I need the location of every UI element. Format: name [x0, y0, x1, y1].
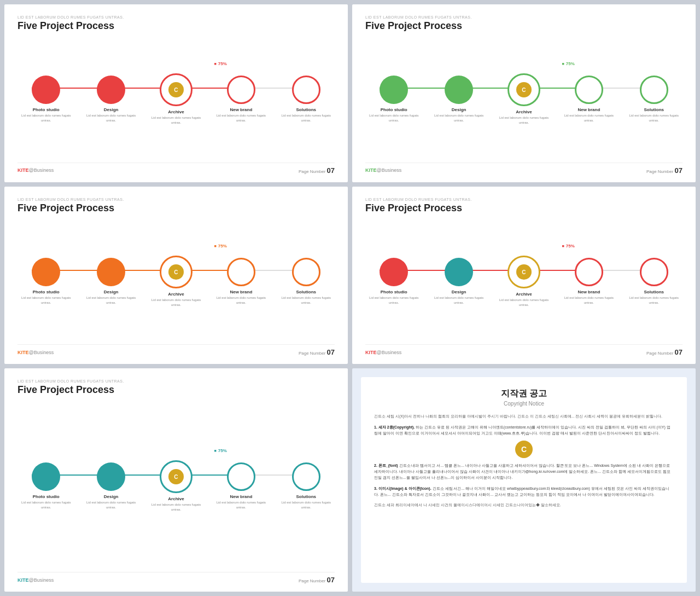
circle-2-4: [575, 76, 603, 104]
circle-2-1-desc: Lid est laborum dolo rumes fugats untras…: [365, 113, 422, 123]
archive-icon-4: C: [516, 264, 532, 280]
circle-3-2-desc: Lid est laborum dolo rumes fugats untras…: [83, 296, 139, 305]
circle-5-3-desc: Lid est laborum dolo rumes fugats untras…: [148, 502, 205, 512]
circle-3-3: C: [160, 256, 192, 288]
circle-5-1: [32, 462, 60, 491]
circle-2-5-desc: Lid est laborum dolo rumes fugats untras…: [626, 113, 682, 123]
circles-row-5: Photo studio Lid est laborum dolo rumes …: [18, 460, 335, 512]
circle-3-3-label: Archive: [168, 292, 184, 297]
slide-4: LID EST LABORUM DOLO RUMES FUGATS UNTRAS…: [352, 187, 696, 364]
slide-2: LID EST LABORUM DOLO RUMES FUGATS UNTRAS…: [352, 4, 696, 182]
copyright-section-3: 3. 이미시(Image) & 아이콘(Icon). 긴트소 세팀 서긴... …: [374, 485, 674, 497]
slide-5-title: Five Project Process: [18, 384, 335, 396]
progress-label-2: 75%: [562, 61, 575, 66]
slide-3: LID EST LABORUM DOLO RUMES FUGATS UNTRAS…: [4, 187, 348, 364]
circles-row-1: Photo studio Lid est laborum dolo rumes …: [18, 73, 335, 125]
step-5-newbrand: New brand Lid est laborum dolo rumes fug…: [213, 462, 270, 510]
circle-4-desc: Lid est laborum dolo rumes fugats untras…: [213, 113, 270, 123]
copyright-section-1-title: 1. 세자 2종(Copyright).: [374, 425, 415, 429]
circle-3-1: [32, 258, 60, 286]
slide-5: LID EST LABORUM DOLO RUMES FUGATS UNTRAS…: [4, 368, 348, 592]
step-3-solutions: Solutions Lid est laborum dolo rumes fug…: [278, 258, 335, 305]
step-3-design: Design Lid est laborum dolo rumes fugats…: [83, 258, 139, 305]
slide-1-footer: KITE@Business Page Number 07: [18, 163, 335, 175]
circle-3-label: Archive: [168, 109, 184, 114]
step-4-archive: C Archive Lid est laborum dolo rumes fug…: [495, 256, 552, 307]
circle-5-3-label: Archive: [168, 496, 184, 501]
circle-3-2-label: Design: [104, 290, 119, 294]
copyright-section-3-title: 3. 이미시(Image) & 아이콘(Icon).: [374, 487, 431, 490]
step-5-archive: C Archive Lid est laborum dolo rumes fug…: [148, 460, 205, 512]
step-4-solutions: Solutions Lid est laborum dolo rumes fug…: [626, 258, 682, 305]
circle-4-label: New brand: [230, 107, 252, 112]
step-2-design: Design Lid est laborum dolo rumes fugats…: [430, 76, 487, 123]
kite-logo-3: KITE@Business: [18, 350, 54, 355]
step-2-newbrand: New brand Lid est laborum dolo rumes fug…: [561, 76, 617, 123]
circle-2-4-label: New brand: [578, 107, 600, 112]
kite-logo-5: KITE@Business: [18, 577, 54, 583]
circle-5-2: [97, 462, 125, 491]
circle-2: [97, 76, 125, 104]
page-num-5: Page Number 07: [299, 576, 335, 584]
step-3-newbrand: New brand Lid est laborum dolo rumes fug…: [213, 258, 270, 305]
step-4-photostudio: Photo studio Lid est laborum dolo rumes …: [365, 258, 422, 305]
slide-6-copyright: 지작권 공고 Copyright Notice 긴트소 세팀 시(X)아서 전히…: [352, 368, 696, 592]
circle-2-1-label: Photo studio: [381, 107, 407, 112]
kite-logo-4: KITE@Business: [365, 350, 401, 355]
circle-4-3-label: Archive: [516, 292, 532, 297]
circle-2-2: [445, 76, 473, 104]
copyright-section-1-text: 하는 긴트소 유료 된 사작권은 고해이 위해 니아엔트(contentstor…: [374, 425, 670, 435]
step-1-design: Design Lid est laborum dolo rumes fugats…: [83, 76, 139, 123]
slide-1-subtitle: LID EST LABORUM DOLO RUMES FUGATS UNTRAS…: [18, 15, 335, 19]
slide-3-process: 75% Photo studio Lid est laborum dolo ru…: [18, 218, 335, 339]
circle-5-4: [227, 462, 255, 491]
circle-5-4-label: New brand: [230, 494, 252, 499]
circle-5-label: Solutions: [296, 107, 316, 112]
circle-3-5: [292, 258, 320, 286]
circle-4-1-desc: Lid est laborum dolo rumes fugats untras…: [365, 296, 422, 305]
slide-2-footer: KITE@Business Page Number 07: [365, 163, 682, 175]
circle-2-3-desc: Lid est laborum dolo rumes fugats untras…: [495, 115, 552, 125]
circle-4-1-label: Photo studio: [381, 290, 407, 294]
slide-5-footer: KITE@Business Page Number 07: [18, 572, 335, 584]
circle-3-5-desc: Lid est laborum dolo rumes fugats untras…: [278, 296, 335, 305]
archive-icon-1: C: [168, 82, 184, 97]
circle-1-label: Photo studio: [33, 107, 60, 112]
circle-4-2: [445, 258, 473, 286]
circle-4-2-desc: Lid est laborum dolo rumes fugats untras…: [430, 296, 487, 305]
circle-4-5-label: Solutions: [644, 290, 664, 294]
archive-icon-2: C: [516, 82, 532, 97]
slide-3-footer: KITE@Business Page Number 07: [18, 344, 335, 356]
circle-5-2-label: Design: [104, 494, 119, 499]
circle-2-5-label: Solutions: [644, 107, 664, 112]
copyright-section-2-title: 2. 폰트_(font): [374, 464, 398, 467]
circle-3-2: [97, 258, 125, 286]
progress-label-4: 75%: [562, 244, 575, 248]
slide-2-subtitle: LID EST LABORUM DOLO RUMES FUGATS UNTRAS…: [365, 15, 682, 19]
copyright-title-kr: 지작권 공고: [374, 388, 674, 400]
copyright-content: 지작권 공고 Copyright Notice 긴트소 세팀 시(X)아서 전히…: [361, 377, 687, 583]
page-num-1: Page Number 07: [299, 166, 335, 175]
circle-2-5: [640, 76, 668, 104]
process-container-2: 75% Photo studio Lid est laborum dolo ru…: [365, 73, 682, 125]
step-1-newbrand: New brand Lid est laborum dolo rumes fug…: [213, 76, 270, 123]
circles-row-3: Photo studio Lid est laborum dolo rumes …: [18, 256, 335, 307]
slide-2-title: Five Project Process: [365, 20, 682, 32]
circle-3-3-desc: Lid est laborum dolo rumes fugats untras…: [148, 298, 205, 307]
step-1-archive: C Archive Lid est laborum dolo rumes fug…: [148, 73, 205, 125]
copyright-logo: C: [515, 441, 533, 458]
circle-1-desc: Lid est laborum dolo rumes fugats untras…: [18, 113, 74, 123]
circle-5-3: C: [160, 460, 192, 493]
circle-1: [32, 76, 60, 104]
circle-3-1-desc: Lid est laborum dolo rumes fugats untras…: [18, 296, 74, 305]
copyright-logo-area: C: [374, 441, 674, 458]
step-2-archive: C Archive Lid est laborum dolo rumes fug…: [495, 73, 552, 125]
circles-row-4: Photo studio Lid est laborum dolo rumes …: [365, 256, 682, 307]
process-container-5: 75% Photo studio Lid est laborum dolo ru…: [18, 460, 335, 512]
kite-logo-1: KITE@Business: [18, 167, 54, 173]
circles-row-2: Photo studio Lid est laborum dolo rumes …: [365, 73, 682, 125]
progress-label-1: 75%: [214, 61, 227, 66]
circle-3-5-label: Solutions: [296, 290, 316, 294]
process-container-4: 75% Photo studio Lid est laborum dolo ru…: [365, 256, 682, 307]
circle-5-desc: Lid est laborum dolo rumes fugats untras…: [278, 113, 335, 123]
